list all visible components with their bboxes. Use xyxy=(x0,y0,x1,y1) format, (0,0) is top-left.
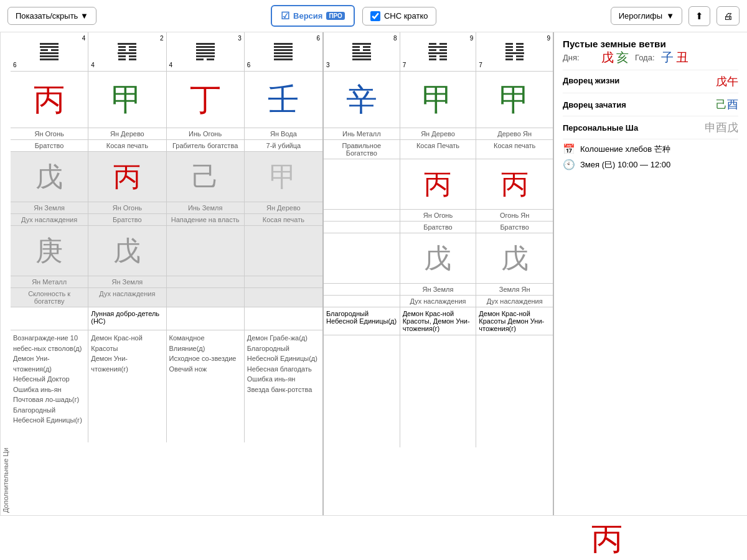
rspecial-top: Благородный Небесной Единицы(д) Демон Кр… xyxy=(324,307,553,335)
left-grid: 4 6 2 xyxy=(11,32,322,515)
rbranch-type1-1: Ян Огонь xyxy=(400,210,477,221)
special-main-0: Вознагражде-ние 10 небес-ных стволов(д)Д… xyxy=(11,330,88,442)
info-panel: Пустые земные ветви Дня: 戊 亥 Года: 子 丑 Д… xyxy=(554,32,747,515)
stem-types-right: Инь Металл Ян Дерево Дерево Ян xyxy=(324,128,553,140)
cnc-checkbox[interactable] xyxy=(370,11,380,21)
special-top-3 xyxy=(245,307,322,330)
special-main-1: Демон Крас-ной КрасотыДемон Уни-чтожения… xyxy=(88,330,166,442)
branch-hier2-1: 戊 xyxy=(88,226,166,276)
rbranch-hier-2: 丙 xyxy=(476,159,553,209)
day-hier2: 亥 xyxy=(616,49,629,66)
rtrigram-cell-2: 9 7 xyxy=(476,32,553,71)
branch-role1-0: Дух наслаждения xyxy=(11,214,88,225)
special-main-left: Вознагражде-ние 10 небес-ных стволов(д)Д… xyxy=(11,330,322,442)
branch-hier2-0: 庚 xyxy=(11,226,88,276)
branch-role2-0: Склонность к богатству xyxy=(11,288,88,307)
time-event-text: Змея (巳) 10:00 — 12:00 xyxy=(580,159,670,170)
branch-role1-3: Косая печать xyxy=(245,214,322,225)
cnc-checkbox-label[interactable]: СНС кратко xyxy=(362,7,436,26)
trigram-row-left: 4 6 2 xyxy=(11,32,322,72)
rbranch-type1-2: Огонь Ян xyxy=(476,210,553,221)
personal-sha-label: Персональные Ша xyxy=(563,123,638,133)
show-hide-button[interactable]: Показать/скрыть ▼ xyxy=(7,7,96,25)
rbranch-role2-2: Дух наслаждения xyxy=(476,296,553,307)
bottom-strip: 丙 xyxy=(0,515,747,560)
special-main-2: Командное Влияние(д)Исходное со-звездиеО… xyxy=(167,330,245,442)
trigram-cell-3: 6 6 xyxy=(245,32,322,71)
rspecial-main-2 xyxy=(476,335,553,447)
stem-roles-left: Братство Косая печать Грабитель богатств… xyxy=(11,140,322,152)
branch-type1-1: Ян Огонь xyxy=(88,202,166,213)
check-icon: ☑ xyxy=(281,10,289,22)
rspecial-main-1 xyxy=(400,335,477,447)
left-section: Дополнительные Ци 4 xyxy=(0,32,324,515)
branch-hier-1: 丙 xyxy=(88,152,166,202)
day-hier1: 戊 xyxy=(601,49,614,66)
page-wrapper: Показать/скрыть ▼ ☑ Версия ПРО СНС кратк… xyxy=(0,0,747,560)
rtrigram-cell-0: 8 3 xyxy=(324,32,400,71)
branch-types2-left: Ян Металл Ян Земля xyxy=(11,276,322,288)
stem-type-2: Инь Огонь xyxy=(167,128,245,139)
time-event: 🕙 Змея (巳) 10:00 — 12:00 xyxy=(563,159,738,170)
branch-role2-2 xyxy=(167,288,245,307)
stem-role-1: Косая печать xyxy=(88,140,166,151)
branch-role1-1: Братство xyxy=(88,214,166,225)
stem-type-3: Ян Вода xyxy=(245,128,322,139)
year-hier2: 丑 xyxy=(676,49,688,66)
trigram-cell-2: 3 4 xyxy=(167,32,245,71)
branch-type2-3 xyxy=(245,276,322,287)
stem-role-0: Братство xyxy=(11,140,88,151)
right-section: 8 3 9 xyxy=(324,32,554,515)
branch-row2-left: 庚 戊 xyxy=(11,226,322,276)
palace-birth-label: Дворец зачатия xyxy=(563,100,626,110)
rbranch-role1-1: Братство xyxy=(400,222,477,233)
rbranch-hier-1: 丙 xyxy=(400,159,477,209)
stem-types-left: Ян Огонь Ян Дерево Инь Огонь Ян Вода xyxy=(11,128,322,140)
branch-role1-2: Нападение на власть xyxy=(167,214,245,225)
chevron-down-icon: ▼ xyxy=(666,11,674,21)
print-button[interactable]: 🖨 xyxy=(716,6,740,26)
palace-birth-hiers: 己酉 xyxy=(716,97,738,112)
palace-life-row: Дворец жизни 戊午 xyxy=(563,74,738,93)
rbranch-type2-0 xyxy=(324,284,400,295)
calendar-event: 📅 Колошение хлебов 芒种 xyxy=(563,143,738,155)
branch-type2-0: Ян Металл xyxy=(11,276,88,287)
branch-type2-2 xyxy=(167,276,245,287)
stems-row-left: 丙 甲 丁 壬 xyxy=(11,72,322,128)
share-button[interactable]: ⬆ xyxy=(688,6,710,26)
rbranch-row1: 丙 丙 xyxy=(324,159,553,210)
rbranch-types1: Ян Огонь Огонь Ян xyxy=(324,210,553,222)
personal-sha-hiers: 申酉戊 xyxy=(705,120,738,135)
branch-row1-left: 戊 丙 己 甲 xyxy=(11,152,322,202)
trigram-row-right: 8 3 9 xyxy=(324,32,553,72)
day-year-row: Дня: 戊 亥 Года: 子 丑 xyxy=(563,49,738,70)
share-icon: ⬆ xyxy=(695,11,703,21)
rbranch-role1-2: Братство xyxy=(476,222,553,233)
special-top-0 xyxy=(11,307,88,330)
branch-hier-0: 戊 xyxy=(11,152,88,202)
stem-type-1: Ян Дерево xyxy=(88,128,166,139)
rstem-role-2: Косая печать xyxy=(476,140,553,159)
branch-type1-2: Инь Земля xyxy=(167,202,245,213)
version-button[interactable]: ☑ Версия ПРО xyxy=(271,5,355,27)
rbranch-type2-1: Ян Земля xyxy=(400,284,477,295)
year-label: Года: xyxy=(635,53,655,62)
calendar-event-text: Колошение хлебов 芒种 xyxy=(580,144,670,155)
branch-role2-3 xyxy=(245,288,322,307)
year-hier1: 子 xyxy=(661,49,674,66)
cnc-label: СНС кратко xyxy=(384,11,428,21)
rbranch-type2-2: Земля Ян xyxy=(476,284,553,295)
rbranch-role2-1: Дух наслаждения xyxy=(400,296,477,307)
rbranch-roles2: Дух наслаждения Дух наслаждения xyxy=(324,296,553,307)
calendar-icon: 📅 xyxy=(563,143,575,155)
rstem-cell-2: 甲 xyxy=(476,72,553,128)
trigram-cell-0: 4 6 xyxy=(11,32,88,71)
hieroglyph-select[interactable]: Иероглифы ▼ xyxy=(611,7,682,25)
rspecial-main-0 xyxy=(324,335,400,447)
print-icon: 🖨 xyxy=(723,11,733,21)
rbranch-hier2-0 xyxy=(324,233,400,283)
rbranch-hier2-1: 戊 xyxy=(400,233,477,283)
stem-role-2: Грабитель богатства xyxy=(167,140,245,151)
branch-roles2-left: Склонность к богатству Дух наслаждения xyxy=(11,288,322,307)
stem-type-0: Ян Огонь xyxy=(11,128,88,139)
